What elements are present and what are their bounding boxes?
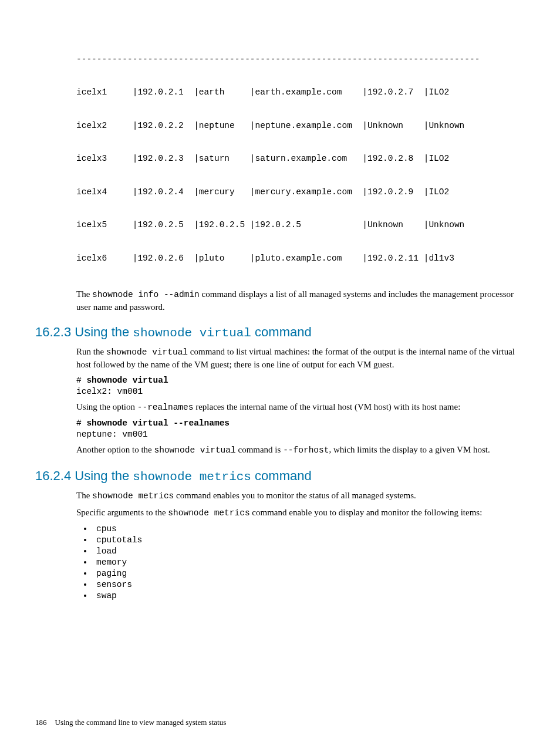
list-item: cputotals	[93, 535, 525, 545]
para-1623-3: Another option to the shownode virtual c…	[76, 444, 525, 457]
list-item: paging	[93, 569, 525, 578]
para-1623-2: Using the option --realnames replaces th…	[76, 401, 525, 414]
list-item: swap	[93, 591, 525, 600]
footer-title: Using the command line to view managed s…	[55, 718, 227, 727]
list-item: load	[93, 546, 525, 556]
table-row: icelx4 |192.0.2.4 |mercury |mercury.exam…	[76, 187, 525, 198]
inline-code: shownode metrics	[168, 508, 249, 518]
table-row: icelx2 |192.0.2.2 |neptune |neptune.exam…	[76, 120, 525, 131]
inline-code: shownode virtual	[106, 347, 188, 357]
node-table: ----------------------------------------…	[76, 32, 525, 286]
list-item: cpus	[93, 524, 525, 534]
inline-code: --forhost	[283, 445, 329, 455]
code-block-realnames: # shownode virtual --realnames neptune: …	[76, 418, 525, 440]
page-footer: 186Using the command line to view manage…	[35, 718, 226, 727]
table-row: icelx6 |192.0.2.6 |pluto |pluto.example.…	[76, 253, 525, 264]
list-item: memory	[93, 558, 525, 567]
para-1624-2: Specific arguments to the shownode metri…	[76, 507, 525, 519]
table-row: icelx1 |192.0.2.1 |earth |earth.example.…	[76, 87, 525, 98]
inline-code: shownode virtual	[154, 445, 235, 455]
metrics-list: cpus cputotals load memory paging sensor…	[76, 524, 525, 600]
para-after-table: The shownode info --admin command displa…	[76, 288, 525, 313]
inline-code: shownode metrics	[92, 491, 174, 501]
divider-line: ----------------------------------------…	[76, 54, 525, 65]
page-container: ----------------------------------------…	[0, 0, 560, 746]
list-item: sensors	[93, 580, 525, 589]
table-row: icelx3 |192.0.2.3 |saturn |saturn.exampl…	[76, 153, 525, 164]
para-1623-1: Run the shownode virtual command to list…	[76, 346, 525, 370]
inline-code: --realnames	[137, 403, 194, 412]
heading-16-2-3: 16.2.3 Using the shownode virtual comman…	[35, 325, 525, 340]
para-1624-1: The shownode metrics command enables you…	[76, 490, 525, 502]
code-block-virtual: # shownode virtual icelx2: vm001	[76, 375, 525, 397]
heading-16-2-4: 16.2.4 Using the shownode metrics comman…	[35, 468, 525, 484]
inline-code: shownode info --admin	[92, 290, 200, 299]
table-row: icelx5 |192.0.2.5 |192.0.2.5 |192.0.2.5 …	[76, 220, 525, 231]
page-number: 186	[35, 718, 47, 727]
